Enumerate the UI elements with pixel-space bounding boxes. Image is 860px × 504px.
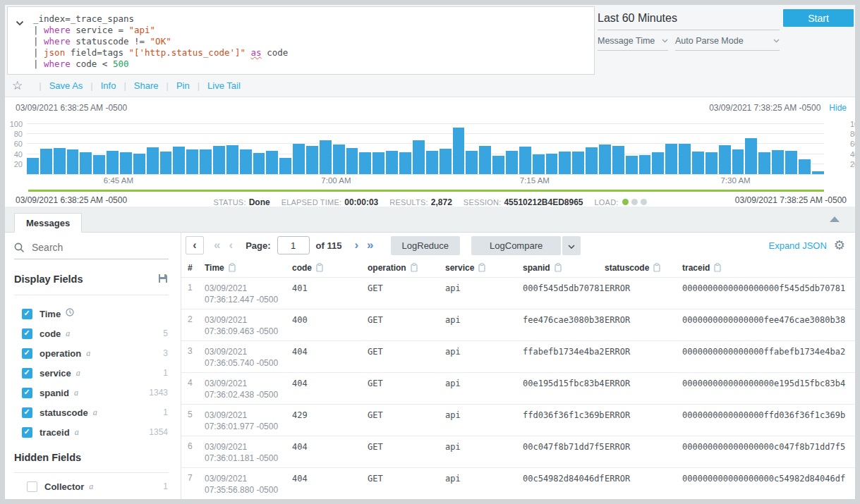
histogram-bar[interactable] <box>440 149 452 174</box>
histogram-bar[interactable] <box>67 149 79 175</box>
logreduce-button[interactable]: LogReduce <box>391 236 461 255</box>
histogram-bar[interactable] <box>93 155 105 174</box>
field-row-code[interactable]: codea5 <box>5 324 181 343</box>
histogram-bar[interactable] <box>399 152 411 174</box>
copy-icon[interactable] <box>555 263 562 272</box>
histogram-bar[interactable] <box>413 140 425 174</box>
histogram-bar[interactable] <box>133 154 145 174</box>
histogram-bar[interactable] <box>293 144 305 174</box>
histogram-bar[interactable] <box>652 152 664 174</box>
histogram-bar[interactable] <box>812 171 824 174</box>
field-checkbox[interactable] <box>22 328 32 339</box>
table-row[interactable]: 503/09/202107:36:01.977 -0500429GETapiff… <box>181 404 855 436</box>
histogram-bar[interactable] <box>732 149 744 174</box>
copy-icon[interactable] <box>714 263 722 272</box>
expand-json-link[interactable]: Expand JSON <box>768 240 826 251</box>
histogram-bar[interactable] <box>705 152 717 174</box>
favorite-star-icon[interactable]: ☆ <box>12 78 23 93</box>
histogram-bar[interactable] <box>572 152 584 174</box>
action-link-live-tail[interactable]: Live Tail <box>207 80 241 91</box>
query-editor[interactable]: _index=_trace_spans| where service = "ap… <box>7 6 595 75</box>
field-search[interactable] <box>14 242 169 259</box>
histogram-bar[interactable] <box>758 152 770 174</box>
action-link-pin[interactable]: Pin <box>176 80 190 91</box>
histogram-bar[interactable] <box>226 145 238 174</box>
histogram-bar[interactable] <box>279 158 291 174</box>
histogram-bar[interactable] <box>213 146 225 174</box>
histogram-bar[interactable] <box>386 151 398 174</box>
start-button[interactable]: Start <box>783 9 854 27</box>
logcompare-dropdown-button[interactable] <box>562 236 581 255</box>
field-row-statuscode[interactable]: statuscodea1 <box>5 402 181 422</box>
search-input[interactable] <box>32 242 152 253</box>
field-checkbox[interactable] <box>22 427 32 438</box>
field-checkbox[interactable] <box>22 388 32 398</box>
histogram-bar[interactable] <box>240 149 252 175</box>
histogram-bar[interactable] <box>692 152 704 174</box>
histogram-bar[interactable] <box>586 147 598 174</box>
histogram-bar[interactable] <box>772 150 784 174</box>
table-row[interactable]: 603/09/202107:36:01.181 -0500404GETapi00… <box>181 436 855 467</box>
histogram-bar[interactable] <box>679 144 691 174</box>
histogram-bar[interactable] <box>54 148 66 174</box>
histogram-bar[interactable] <box>200 149 212 175</box>
field-row-traceid[interactable]: traceida1354 <box>5 422 181 442</box>
histogram-bar[interactable] <box>333 145 345 174</box>
prev-page-button[interactable]: ‹ <box>229 239 233 252</box>
field-row-operation[interactable]: operationa3 <box>5 343 181 363</box>
histogram-bar[interactable] <box>107 151 119 174</box>
histogram-bar[interactable] <box>40 149 52 174</box>
histogram-bar[interactable] <box>639 155 651 174</box>
table-row[interactable]: 403/09/202107:36:02.438 -0500404GETapi00… <box>181 372 855 404</box>
histogram-bar[interactable] <box>799 159 811 174</box>
histogram-bar[interactable] <box>359 152 371 174</box>
histogram-bar[interactable] <box>120 152 132 174</box>
field-row-collector[interactable]: Collectora1 <box>5 477 181 496</box>
save-fields-icon[interactable] <box>158 273 168 286</box>
settings-gear-icon[interactable]: ⚙ <box>834 239 845 252</box>
histogram-bar[interactable] <box>173 147 185 174</box>
action-link-save-as[interactable]: Save As <box>49 80 83 91</box>
hide-histogram-link[interactable]: Hide <box>829 103 847 113</box>
collapse-sidebar-button[interactable]: ‹ <box>186 236 204 254</box>
histogram-bar[interactable] <box>479 146 491 174</box>
field-row-spanid[interactable]: spanida1343 <box>5 383 181 402</box>
histogram-bar[interactable] <box>466 151 478 174</box>
histogram-bar[interactable] <box>546 154 558 174</box>
next-page-button[interactable]: › <box>354 239 358 252</box>
field-row-time[interactable]: Time <box>5 304 181 324</box>
histogram-bar[interactable] <box>533 154 545 174</box>
histogram-bar[interactable] <box>785 151 797 174</box>
copy-icon[interactable] <box>229 263 236 272</box>
field-checkbox[interactable] <box>27 481 37 492</box>
field-checkbox[interactable] <box>22 309 32 319</box>
histogram-bar[interactable] <box>306 146 318 174</box>
field-checkbox[interactable] <box>22 348 32 359</box>
histogram-bar[interactable] <box>506 151 518 174</box>
field-checkbox[interactable] <box>22 407 32 418</box>
collapse-query-icon[interactable] <box>16 16 24 29</box>
tab-messages[interactable]: Messages <box>14 213 82 233</box>
message-time-dropdown[interactable]: Message Time <box>598 36 668 51</box>
table-row[interactable]: 103/09/202107:36:12.447 -0500401GETapi00… <box>181 277 855 309</box>
field-checkbox[interactable] <box>22 368 32 379</box>
table-row[interactable]: 303/09/202107:36:05.740 -0500404GETapiff… <box>181 340 855 372</box>
table-row[interactable]: 203/09/202107:36:09.463 -0500400GETapife… <box>181 309 855 340</box>
histogram-bar[interactable] <box>626 156 638 174</box>
histogram-bar[interactable] <box>665 144 677 174</box>
histogram-bar[interactable] <box>147 147 159 174</box>
histogram-bar[interactable] <box>253 153 265 174</box>
histogram-bar[interactable] <box>519 147 531 174</box>
query-text[interactable]: _index=_trace_spans| where service = "ap… <box>33 13 288 70</box>
histogram-bar[interactable] <box>559 152 571 174</box>
histogram-bar[interactable] <box>320 140 332 174</box>
logcompare-button[interactable]: LogCompare <box>471 236 561 255</box>
histogram-bar[interactable] <box>80 152 92 174</box>
histogram-bar[interactable] <box>492 156 504 174</box>
histogram-bar[interactable] <box>745 138 757 174</box>
histogram-bar[interactable] <box>599 145 611 174</box>
parse-mode-dropdown[interactable]: Auto Parse Mode <box>675 36 780 51</box>
time-range-selector[interactable]: Last 60 Minutes <box>598 12 780 30</box>
copy-icon[interactable] <box>478 263 486 272</box>
histogram-bar[interactable] <box>346 148 358 174</box>
